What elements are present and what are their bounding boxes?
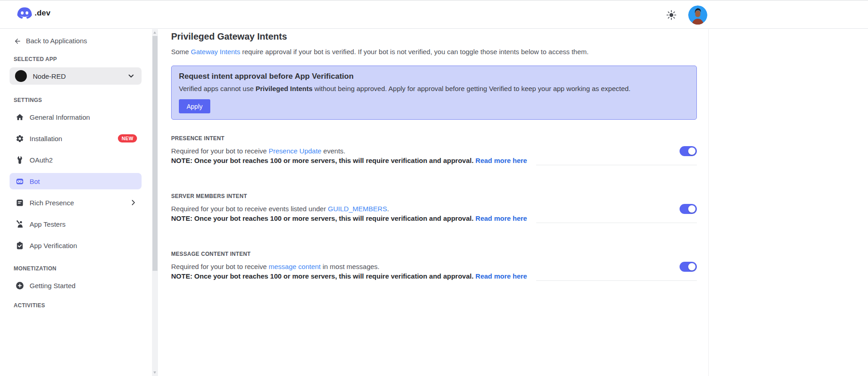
message-content-intent-label: MESSAGE CONTENT INTENT <box>171 251 697 257</box>
monetization-nav: Getting Started <box>10 277 142 294</box>
content-right-divider <box>708 29 709 376</box>
presence-intent-section: PRESENCE INTENT Required for your bot to… <box>171 135 697 165</box>
server-members-intent-description: Required for your bot to receive events … <box>171 204 527 223</box>
scrollbar-thumb[interactable] <box>152 36 157 271</box>
wrench-icon <box>15 156 24 164</box>
home-icon <box>15 113 24 122</box>
sidebar-item-getting-started[interactable]: Getting Started <box>10 277 142 294</box>
app-avatar <box>15 70 27 82</box>
sidebar-scrollbar[interactable] <box>152 29 158 376</box>
selected-app-label: SELECTED APP <box>14 56 137 62</box>
toggle-knob <box>688 205 695 213</box>
message-content-intent-description: Required for your bot to receive message… <box>171 262 527 281</box>
page-title: Privileged Gateway Intents <box>171 31 697 42</box>
activities-section-label: ACTIVITIES <box>14 302 137 309</box>
apply-button[interactable]: Apply <box>179 99 210 113</box>
scrollbar-down-arrow[interactable] <box>153 371 156 374</box>
clipboard-check-icon <box>15 241 24 250</box>
back-arrow-icon <box>14 37 21 45</box>
new-badge: NEW <box>118 134 137 142</box>
intent-approval-callout: Request intent approval before App Verif… <box>171 66 697 120</box>
sidebar-item-bot[interactable]: Bot <box>10 173 142 189</box>
gear-icon <box>15 134 24 143</box>
message-content-intent-toggle[interactable] <box>680 262 697 272</box>
back-to-applications-link[interactable]: Back to Applications <box>14 37 137 45</box>
presence-intent-label: PRESENCE INTENT <box>171 135 697 142</box>
sidebar: Back to Applications SELECTED APP Node-R… <box>0 29 151 376</box>
callout-title: Request intent approval before App Verif… <box>179 71 689 81</box>
toggle-knob <box>688 263 695 270</box>
discord-developer-portal: .dev <box>0 0 868 376</box>
sidebar-item-general-information[interactable]: General Information <box>10 109 142 125</box>
pages-icon <box>15 198 24 207</box>
app-selector[interactable]: Node-RED <box>10 67 142 85</box>
main-panel: Privileged Gateway Intents Some Gateway … <box>158 29 868 376</box>
discord-mascot-icon <box>16 7 33 20</box>
read-more-link[interactable]: Read more here <box>476 157 527 164</box>
top-header: .dev <box>0 0 868 29</box>
plus-circle-icon <box>15 281 24 290</box>
intro-text: Some Gateway Intents require approval if… <box>171 47 697 56</box>
message-content-intent-section: MESSAGE CONTENT INTENT Required for your… <box>171 251 697 281</box>
read-more-link[interactable]: Read more here <box>476 214 527 222</box>
bot-icon <box>15 177 24 186</box>
server-members-intent-label: SERVER MEMBERS INTENT <box>171 193 697 199</box>
wave-person-icon <box>15 220 24 229</box>
sidebar-item-app-verification[interactable]: App Verification <box>10 237 142 254</box>
toggle-knob <box>688 147 695 155</box>
sidebar-item-app-testers[interactable]: App Testers <box>10 216 142 232</box>
selected-app-name: Node-RED <box>33 72 127 80</box>
user-avatar[interactable] <box>688 5 707 25</box>
chevron-right-icon <box>130 199 137 206</box>
chevron-down-icon <box>127 72 135 80</box>
sidebar-item-installation[interactable]: Installation NEW <box>10 130 142 147</box>
presence-update-link[interactable]: Presence Update <box>269 147 321 155</box>
scrollbar-up-arrow[interactable] <box>153 31 156 34</box>
theme-toggle-sun-icon[interactable] <box>665 9 677 21</box>
gateway-intents-link[interactable]: Gateway Intents <box>191 48 240 56</box>
settings-nav: General Information Installation NEW OAu… <box>10 109 142 254</box>
settings-section-label: SETTINGS <box>14 97 137 103</box>
server-members-intent-toggle[interactable] <box>680 204 697 214</box>
sidebar-item-oauth2[interactable]: OAuth2 <box>10 152 142 168</box>
sidebar-item-rich-presence[interactable]: Rich Presence <box>10 194 142 211</box>
presence-intent-toggle[interactable] <box>680 146 697 156</box>
read-more-link[interactable]: Read more here <box>476 272 527 280</box>
monetization-section-label: MONETIZATION <box>14 265 137 272</box>
discord-dev-logo[interactable]: .dev <box>16 7 51 20</box>
message-content-link[interactable]: message content <box>269 263 320 270</box>
logo-dev-suffix: .dev <box>35 9 51 18</box>
presence-intent-description: Required for your bot to receive Presenc… <box>171 146 527 165</box>
callout-body: Verified apps cannot use Privileged Inte… <box>179 84 689 93</box>
guild-members-link[interactable]: GUILD_MEMBERS <box>328 205 387 213</box>
server-members-intent-section: SERVER MEMBERS INTENT Required for your … <box>171 193 697 223</box>
